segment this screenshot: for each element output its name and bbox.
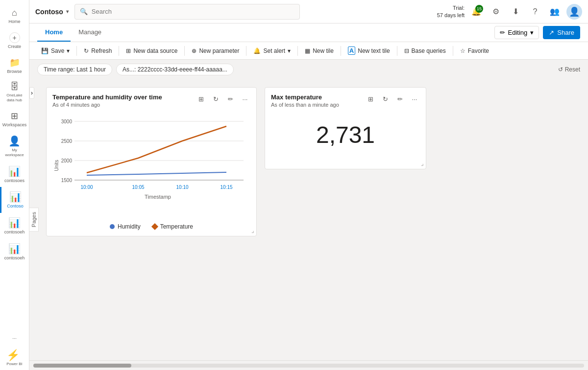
sidebar-label-contosoeh2: contosoeh [4, 255, 25, 261]
sidebar-item-contosoeh1[interactable]: 📊 contosoeh [0, 213, 29, 239]
notification-badge: 15 [475, 5, 483, 13]
sidebar-item-contosoeh2[interactable]: 📊 contosoeh [0, 239, 29, 265]
search-icon: 🔍 [80, 8, 88, 15]
sidebar-item-browse[interactable]: 📁 Browse [0, 53, 29, 78]
alert-dropdown: ▾ [288, 47, 291, 54]
new-parameter-button[interactable]: ⊕ New parameter [188, 45, 243, 57]
download-button[interactable]: ⬇ [508, 4, 523, 20]
base-queries-label: Base queries [412, 47, 446, 54]
divider-6 [341, 46, 341, 56]
svg-text:3000: 3000 [61, 119, 73, 124]
scroll-track[interactable] [33, 364, 584, 368]
pages-expand-arrow[interactable]: › [29, 87, 34, 99]
y-axis-label: Units [54, 160, 59, 171]
sidebar-label-contoso: Contoso [7, 204, 24, 209]
sidebar-item-create[interactable]: + Create [0, 28, 29, 53]
resize-handle[interactable]: ⌟ [251, 227, 254, 234]
time-range-filter[interactable]: Time range: Last 1 hour [37, 64, 112, 75]
svg-text:10:05: 10:05 [132, 185, 144, 190]
tab-home[interactable]: Home [37, 23, 71, 42]
humidity-dot [110, 224, 115, 229]
main-area: Contoso ▾ 🔍 Trial: 57 days left 🔔 15 ⚙ ⬇ [29, 0, 588, 370]
svg-text:10:15: 10:15 [220, 185, 232, 190]
powerbi-label: Power BI [6, 362, 22, 366]
base-queries-icon: ⊟ [404, 47, 409, 54]
save-button[interactable]: 💾 Save ▾ [37, 45, 74, 57]
parameter-icon: ⊕ [192, 47, 196, 54]
sidebar-item-contoso[interactable]: 📊 Contoso [0, 187, 29, 213]
pages-sidebar: › Pages [29, 79, 38, 360]
share-label: Share [557, 29, 574, 36]
share-button[interactable]: ↗ Share [543, 26, 580, 39]
settings-button[interactable]: ⚙ [488, 4, 504, 20]
reset-button[interactable]: ↺ Reset [558, 66, 580, 73]
subheader: Home Manage ✏ Editing ▾ ↗ Share [29, 23, 588, 42]
chart-more-btn[interactable]: ··· [239, 92, 251, 105]
alert-icon: 🔔 [253, 47, 261, 54]
help-button[interactable]: ? [527, 4, 543, 20]
datasource-icon: ⊞ [126, 47, 131, 54]
humidity-label: Humidity [118, 223, 141, 230]
edit-icon: ✏ [500, 29, 505, 36]
new-text-tile-button[interactable]: A New text tile [344, 44, 394, 57]
metric-table-btn[interactable]: ⊞ [364, 92, 377, 105]
brand-chevron: ▾ [66, 9, 69, 14]
share-contacts-button[interactable]: 👥 [547, 4, 563, 20]
sidebar-item-home[interactable]: ⌂ Home [0, 4, 29, 28]
time-range-text: Time range: Last 1 hour [44, 66, 106, 73]
sidebar-label-create: Create [8, 44, 21, 49]
avatar-icon: 👤 [569, 6, 580, 17]
base-queries-button[interactable]: ⊟ Base queries [400, 45, 450, 57]
pages-label[interactable]: Pages [29, 208, 39, 231]
sidebar-item-workspaces[interactable]: ⊞ Workspaces [0, 107, 29, 132]
new-tile-button[interactable]: ▦ New tile [301, 45, 338, 57]
metric-edit-btn[interactable]: ✏ [393, 92, 406, 105]
sidebar-item-onelake[interactable]: 🗄 OneLakedata hub [0, 78, 29, 106]
favorite-button[interactable]: ☆ Favorite [456, 45, 493, 57]
new-datasource-button[interactable]: ⊞ New data source [122, 45, 181, 57]
favorite-label: Favorite [468, 47, 489, 54]
brand-text: Contoso [35, 8, 63, 16]
metric-resize-handle[interactable]: ⌟ [421, 160, 424, 167]
metric-card: Max temperature As of less than a minute… [265, 87, 426, 169]
divider-4 [246, 46, 246, 56]
editing-button[interactable]: ✏ Editing ▾ [494, 26, 539, 39]
search-bar[interactable]: 🔍 [74, 4, 300, 20]
temperature-label: Temperature [160, 223, 193, 230]
chart-refresh-btn[interactable]: ↻ [209, 92, 222, 105]
metric-value: 2,731 [271, 112, 420, 163]
metric-refresh-btn[interactable]: ↻ [379, 92, 392, 105]
create-icon: + [9, 32, 20, 43]
contosoes-icon: 📊 [8, 165, 21, 177]
contosoeh2-icon: 📊 [8, 243, 21, 254]
set-alert-button[interactable]: 🔔 Set alert ▾ [249, 45, 294, 57]
tab-manage[interactable]: Manage [71, 23, 109, 42]
as-filter[interactable]: As...: 2222cccc-33dd-eeee-ff44-aaaaa... [116, 64, 234, 75]
sidebar-more[interactable]: ··· [0, 332, 29, 345]
tile-label: New tile [313, 47, 334, 54]
sidebar-item-contosoes[interactable]: 📊 contosoes [0, 162, 29, 187]
editing-label: Editing [508, 29, 528, 36]
svg-text:10:00: 10:00 [80, 185, 93, 190]
search-input[interactable] [92, 8, 294, 15]
chart-svg: Units 3000 2500 2000 1500 [52, 112, 253, 219]
filterbar: Time range: Last 1 hour As...: 2222cccc-… [29, 60, 588, 79]
divider-2 [119, 46, 119, 56]
chart-card: Temperature and humidity over time As of… [46, 87, 257, 236]
legend-temperature: Temperature [152, 223, 193, 230]
brand-name[interactable]: Contoso ▾ [35, 8, 69, 16]
sidebar-label-contosoeh1: contosoeh [4, 230, 25, 235]
notifications-button[interactable]: 🔔 15 [468, 4, 484, 20]
sidebar-item-my-workspace[interactable]: 👤 Myworkspace [0, 131, 29, 161]
metric-more-btn[interactable]: ··· [408, 92, 421, 105]
refresh-button[interactable]: ↻ Refresh [80, 45, 116, 57]
chart-table-btn[interactable]: ⊞ [195, 92, 207, 105]
favorite-icon: ☆ [460, 47, 466, 54]
chart-container: Units 3000 2500 2000 1500 [52, 112, 250, 219]
avatar-button[interactable]: 👤 [566, 4, 582, 20]
scroll-thumb[interactable] [33, 364, 131, 368]
tile-icon: ▦ [305, 47, 310, 54]
chart-edit-btn[interactable]: ✏ [224, 92, 237, 105]
datasource-label: New data source [133, 47, 177, 54]
trial-label: Trial: [437, 4, 465, 11]
